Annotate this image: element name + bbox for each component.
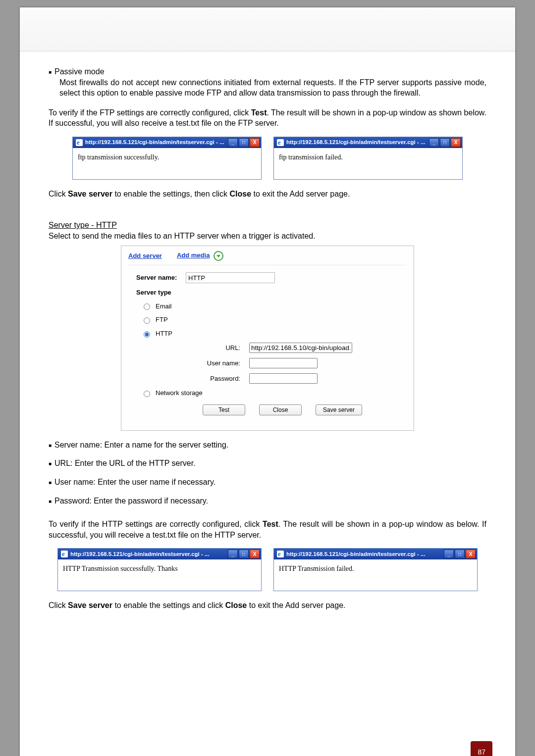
http-fields: URL: User name: Password: [136,343,399,384]
tab-add-server[interactable]: Add server [128,252,162,260]
window-buttons: _ □ X [228,138,260,147]
ftp-verify-test: Test [251,108,267,117]
http-section-title: Server type - HTTP [49,220,486,231]
popup-titlebar: http://192.168.5.121/cgi-bin/admin/tests… [274,549,477,559]
maximize-button[interactable]: □ [440,138,450,147]
panel-button-row: Test Close Save server [136,403,399,417]
square-bullet-icon: ■ [49,440,54,449]
url-input[interactable] [249,343,352,353]
password-row: Password: [156,373,399,384]
square-bullet-icon: ■ [49,496,54,505]
test-button[interactable]: Test [203,404,245,415]
close-button[interactable]: Close [259,404,302,415]
http-popups-row: http://192.168.5.121/cgi-bin/admin/tests… [49,548,486,591]
password-input[interactable] [249,373,318,384]
ftp-save-para: Click Save server to enable the settings… [49,189,486,200]
http-bullet-list: ■ Server name: Enter a name for the serv… [49,440,486,506]
http-verify-para: To verify if the HTTP settings are corre… [49,519,486,540]
bullet-password: ■ Password: Enter the password if necess… [49,496,486,506]
close-button[interactable]: X [250,138,260,147]
window-buttons: _ □ X [228,550,260,558]
square-bullet-icon: ■ [49,477,54,486]
ftp-save-pre: Click [49,190,68,198]
radio-email-label: Email [156,302,172,311]
close-button[interactable]: X [451,138,461,147]
http-save-mid: to enable the settings and click [112,601,225,609]
bullet-server-name: ■ Server name: Enter a name for the serv… [49,440,486,451]
popup-title: http://192.168.5.121/cgi-bin/admin/tests… [85,139,228,147]
bullet-url: ■ URL: Enter the URL of the HTTP server. [49,458,486,469]
maximize-button[interactable]: □ [455,550,465,558]
popup-title: http://192.168.5.121/cgi-bin/admin/tests… [70,551,228,558]
bullet-url-text: URL: Enter the URL of the HTTP server. [54,458,196,469]
url-label: URL: [156,344,249,353]
radio-ftp-input[interactable] [144,317,150,324]
save-server-button[interactable]: Save server [316,404,362,415]
maximize-button[interactable]: □ [239,550,249,558]
http-save-b2: Close [225,601,247,609]
ftp-save-mid: to enable the settings, then click [112,190,230,198]
ftp-save-b1: Save server [68,190,112,198]
ie-icon [61,551,68,557]
ftp-verify-pre: To verify if the FTP settings are correc… [49,108,251,117]
tab-add-media[interactable]: Add media [177,252,210,259]
ie-icon [76,139,83,146]
panel-form: Server name: Server type Email FTP [128,265,407,424]
window-buttons: _ □ X [429,138,461,147]
page-content: ■ Passive mode Most firewalls do not acc… [20,51,515,629]
http-save-b1: Save server [68,601,112,609]
popup-body: ftp transmission successfully. [73,148,261,179]
passive-mode-title: Passive mode [54,66,105,77]
close-button[interactable]: X [466,550,476,558]
username-input[interactable] [249,358,318,368]
http-save-pre: Click [49,601,68,609]
username-row: User name: [156,358,399,368]
ftp-save-b2: Close [230,190,252,198]
server-name-label: Server name: [136,273,186,282]
bullet-username: ■ User name: Enter the user name if nece… [49,477,486,488]
http-verify-test: Test [263,520,278,528]
ftp-popup-fail: http://192.168.5.121/cgi-bin/admin/tests… [273,137,463,180]
radio-http-input[interactable] [144,331,150,338]
http-popup-fail: http://192.168.5.121/cgi-bin/admin/tests… [273,548,478,591]
minimize-button[interactable]: _ [228,550,238,558]
server-type-label: Server type [136,288,399,297]
server-name-input[interactable] [186,272,275,283]
radio-ftp[interactable]: FTP [136,315,399,324]
http-section-intro: Select to send the media files to an HTT… [49,231,486,242]
maximize-button[interactable]: □ [239,138,249,147]
minimize-button[interactable]: _ [444,550,454,558]
popup-body: HTTP Transmission failed. [274,559,477,591]
tab-add-media-wrap[interactable]: Add media [177,251,223,261]
popup-body: ftp transmission failed. [274,148,462,179]
radio-ns-label: Network storage [156,389,203,398]
square-bullet-icon: ■ [49,458,54,467]
username-label: User name: [156,359,249,368]
radio-network-storage[interactable]: Network storage [136,389,399,398]
chevron-down-icon [214,251,223,261]
radio-http-label: HTTP [156,329,172,338]
radio-ftp-label: FTP [156,315,168,324]
page-number-badge: 87 [471,741,492,756]
radio-email[interactable]: Email [136,302,399,311]
window-buttons: _ □ X [444,550,476,558]
minimize-button[interactable]: _ [429,138,439,147]
radio-email-input[interactable] [144,303,150,310]
popup-body: HTTP Transmission successfully. Thanks [58,559,261,591]
close-button[interactable]: X [250,550,260,558]
minimize-button[interactable]: _ [228,138,238,147]
http-save-para: Click Save server to enable the settings… [49,600,486,611]
ftp-verify-para: To verify if the FTP settings are correc… [49,107,486,129]
password-label: Password: [156,374,249,383]
radio-ns-input[interactable] [144,391,150,397]
popup-titlebar: http://192.168.5.121/cgi-bin/admin/tests… [58,549,261,559]
radio-http[interactable]: HTTP [136,329,399,338]
bullet-server-name-text: Server name: Enter a name for the server… [54,440,228,451]
bullet-password-text: Password: Enter the password if necessar… [54,496,208,506]
ftp-popup-success: http://192.168.5.121/cgi-bin/admin/tests… [72,137,262,180]
popup-titlebar: http://192.168.5.121/cgi-bin/admin/tests… [274,137,462,148]
ie-icon [277,551,284,557]
ie-icon [277,139,284,146]
passive-mode-heading: ■ Passive mode [49,66,486,77]
http-popup-success: http://192.168.5.121/cgi-bin/admin/tests… [57,548,262,591]
